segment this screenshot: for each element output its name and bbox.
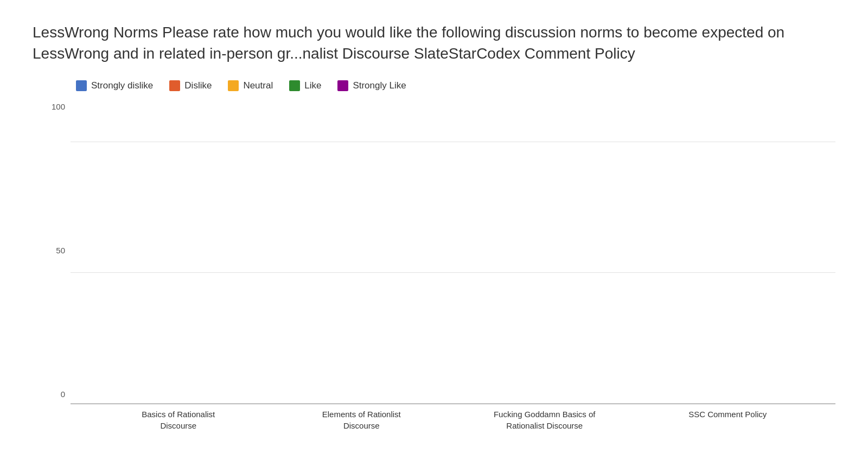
legend-color-box [76, 80, 87, 91]
x-labels: Basics of Rationalist DiscourseElements … [71, 409, 835, 431]
grid-line [71, 142, 835, 142]
legend-label: Strongly Like [353, 80, 406, 91]
y-axis-label: 50 [56, 246, 65, 255]
legend-item: Like [289, 80, 321, 91]
legend-label: Dislike [184, 80, 212, 91]
legend-item: Neutral [228, 80, 273, 91]
legend: Strongly dislikeDislikeNeutralLikeStrong… [76, 80, 835, 91]
legend-label: Strongly dislike [91, 80, 153, 91]
grid-line [71, 403, 835, 404]
chart-area: 100500 Basics of Rationalist DiscourseEl… [33, 102, 835, 431]
chart-body: Basics of Rationalist DiscourseElements … [71, 102, 835, 431]
x-axis-label: Elements of Rationlist Discourse [307, 409, 416, 431]
legend-label: Neutral [243, 80, 273, 91]
legend-color-box [169, 80, 180, 91]
chart-title: LessWrong Norms Please rate how much you… [33, 22, 792, 64]
groups-container [71, 102, 835, 403]
plot-area [71, 102, 835, 404]
y-axis-label: 100 [52, 102, 65, 111]
y-axis: 100500 [33, 102, 71, 431]
x-axis-label: Basics of Rationalist Discourse [124, 409, 233, 431]
legend-item: Strongly dislike [76, 80, 153, 91]
legend-color-box [337, 80, 348, 91]
legend-item: Dislike [169, 80, 212, 91]
grid-line [71, 272, 835, 273]
legend-color-box [289, 80, 300, 91]
chart-container: LessWrong Norms Please rate how much you… [0, 0, 868, 453]
x-axis-label: SSC Comment Policy [673, 409, 782, 431]
legend-item: Strongly Like [337, 80, 406, 91]
legend-label: Like [304, 80, 321, 91]
legend-color-box [228, 80, 239, 91]
y-axis-label: 0 [61, 390, 65, 399]
x-axis-label: Fucking Goddamn Basics of Rationalist Di… [490, 409, 599, 431]
